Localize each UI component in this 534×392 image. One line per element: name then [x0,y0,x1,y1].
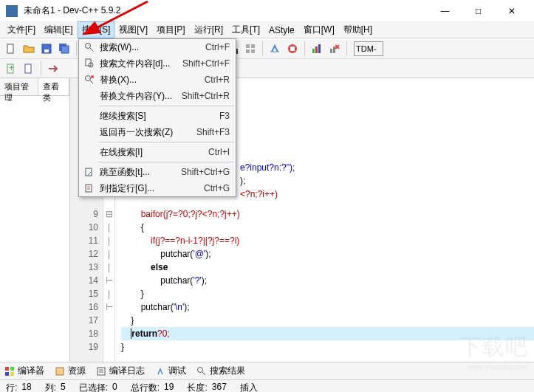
menu-separator [98,142,234,142]
search-icon [82,42,97,52]
menu-window[interactable]: 窗口[W] [299,21,339,38]
goto-line-icon [82,183,97,193]
svg-rect-3 [44,49,49,52]
status-row-value: 18 [21,382,31,392]
menu-item-goto-function[interactable]: 跳至函数[t]... Shift+Ctrl+G [79,164,236,180]
svg-line-36 [90,48,93,51]
minimize-button[interactable]: — [428,1,462,21]
svg-rect-29 [318,44,321,53]
svg-rect-5 [61,46,69,53]
svg-point-39 [86,76,91,81]
svg-point-41 [91,75,94,78]
sidebar-tab-project[interactable]: 项目管理 [0,78,38,95]
svg-rect-50 [56,368,64,375]
tab-compile-log[interactable]: 编译日志 [96,365,145,377]
maximize-button[interactable]: □ [462,1,495,21]
svg-rect-1 [7,44,13,53]
menu-item-search-next[interactable]: 继续搜索[S] F3 [79,108,236,124]
menu-separator [98,106,234,106]
tab-debug[interactable]: 调试 [155,365,186,377]
status-len-label: 长度: [187,382,207,392]
status-sel-value: 0 [112,382,117,392]
open-button[interactable] [21,41,37,57]
app-icon [6,5,18,17]
tab-search-results[interactable]: 搜索结果 [196,365,245,377]
new-class-button[interactable]: + [3,61,19,77]
svg-line-0 [96,1,148,28]
sidebar: 项目管理 查看类 [0,78,70,362]
search-menu-dropdown: 搜索(W)... Ctrl+F 搜索文件内容[d]... Shift+Ctrl+… [78,38,236,197]
stop-button[interactable] [284,41,301,57]
svg-rect-46 [5,367,9,371]
menu-separator [98,162,234,162]
menu-item-search[interactable]: 搜索(W)... Ctrl+F [79,39,236,55]
new-file-button[interactable] [3,41,19,57]
new-template-button[interactable] [21,61,37,77]
svg-point-35 [86,44,91,49]
svg-rect-49 [10,372,14,376]
goto-button[interactable] [45,61,61,77]
status-row-label: 行: [6,382,17,392]
goto-function-icon [82,167,97,177]
svg-line-40 [90,80,93,83]
tab-resources[interactable]: 资源 [55,365,86,377]
svg-rect-20 [246,44,250,48]
status-len-value: 367 [212,382,227,392]
rebuild-button[interactable] [242,41,259,57]
annotation-arrow [37,0,155,37]
svg-rect-30 [330,49,332,53]
menu-file[interactable]: 文件[F] [3,21,40,38]
delete-profile-button[interactable] [326,41,343,57]
bottom-panel-tabs: 编译器 资源 编译日志 调试 搜索结果 [0,362,534,379]
sidebar-tab-class[interactable]: 查看类 [38,78,69,95]
menu-run[interactable]: 运行[R] [190,21,227,38]
menu-tools[interactable]: 工具[T] [227,21,264,38]
search-file-icon [82,58,97,69]
menu-help[interactable]: 帮助[H] [339,21,377,38]
menu-item-search-online[interactable]: 在线搜索[I] Ctrl+I [79,144,236,160]
svg-rect-43 [86,185,92,192]
menu-item-replace[interactable]: 替换(X)... Ctrl+R [79,72,236,88]
status-insert-mode: 插入 [240,382,258,392]
status-total-value: 19 [164,382,174,392]
svg-rect-47 [10,367,14,371]
compiler-select[interactable]: TDM- [354,41,383,56]
menu-item-search-prev[interactable]: 返回再一次搜索(Z) Shift+F3 [79,124,236,140]
svg-rect-34 [25,64,31,73]
svg-rect-27 [312,49,315,53]
status-sel-label: 已选择: [79,382,108,392]
menu-item-replace-files[interactable]: 替换文件内容(Y)... Shift+Ctrl+R [79,88,236,104]
status-col-value: 5 [61,382,66,392]
save-button[interactable] [38,41,55,57]
svg-rect-26 [290,47,295,51]
svg-line-55 [202,372,205,375]
svg-rect-31 [333,47,335,53]
save-all-button[interactable] [56,41,72,57]
menu-astyle[interactable]: AStyle [264,23,299,38]
svg-rect-37 [86,59,91,66]
debug-button[interactable] [267,41,283,57]
tab-compiler[interactable]: 编译器 [4,365,44,377]
svg-rect-48 [5,372,9,376]
statusbar: 行:18 列:5 已选择:0 总行数:19 长度:367 插入 [0,379,534,392]
status-col-label: 列: [45,382,56,392]
svg-rect-51 [97,368,105,375]
svg-rect-23 [251,49,255,53]
svg-point-54 [198,367,203,372]
menu-item-goto-line[interactable]: 到指定行[G]... Ctrl+G [79,180,236,196]
svg-rect-21 [251,44,255,48]
svg-rect-28 [315,47,318,53]
svg-text:+: + [9,63,14,73]
profile-button[interactable] [309,41,325,57]
close-button[interactable]: ✕ [495,1,528,21]
svg-rect-22 [246,49,250,53]
menu-item-search-files[interactable]: 搜索文件内容[d]... Shift+Ctrl+F [79,55,236,72]
menu-project[interactable]: 项目[P] [152,21,190,38]
status-total-label: 总行数: [131,382,160,392]
replace-icon [82,75,97,85]
